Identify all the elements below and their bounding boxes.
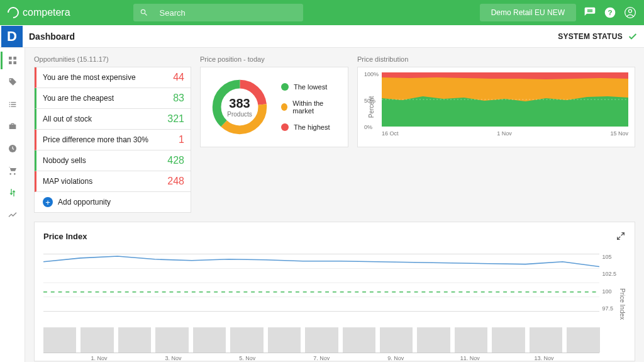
pi-xtick (266, 355, 303, 361)
trend-icon (8, 210, 18, 220)
opportunity-row[interactable]: You are the cheapest83 (35, 88, 191, 109)
nav-list[interactable] (8, 99, 18, 112)
pi-ytick: 105 (602, 254, 616, 260)
avatar[interactable]: D (1, 26, 23, 47)
svg-rect-5 (13, 57, 16, 60)
dot-icon (281, 123, 289, 131)
opportunity-row[interactable]: All out of stock321 (35, 109, 191, 130)
price-distribution-panel: Price distribution Percent 100% 50% 0% 1… (357, 55, 635, 147)
donut-total-label: Products (227, 111, 252, 118)
add-opportunity-button[interactable]: + Add opportunity (35, 192, 191, 212)
nav-tags[interactable] (8, 77, 18, 90)
profile-icon[interactable] (624, 6, 636, 19)
pi-xtick: 11. Nov (452, 355, 489, 361)
bar (417, 327, 450, 353)
pi-xaxis: 1. Nov 3. Nov 5. Nov 7. Nov 9. Nov 11. N… (43, 355, 599, 361)
brand-logo[interactable]: competera (8, 7, 70, 18)
opportunity-row[interactable]: You are the most expensive44 (35, 67, 191, 88)
search-input[interactable] (160, 8, 297, 18)
nav-trends[interactable] (8, 210, 18, 222)
pi-xtick: 1. Nov (80, 355, 118, 361)
pi-xtick: 13. Nov (526, 355, 563, 361)
opportunity-value: 248 (167, 176, 184, 187)
opportunity-label: You are the cheapest (43, 94, 114, 103)
bar-chart (43, 323, 599, 353)
search-box[interactable] (133, 4, 303, 21)
dot-icon (281, 103, 287, 111)
tag-icon (8, 77, 18, 88)
bar (268, 327, 301, 353)
transfer-icon (8, 188, 18, 198)
top-bar: competera Demo Retail EU NEW ? (0, 0, 644, 25)
opportunity-label: MAP violations (43, 177, 92, 186)
opportunity-value: 44 (173, 72, 184, 83)
dist-ytick: 50% (364, 98, 375, 104)
expand-icon[interactable] (616, 231, 626, 241)
opportunity-value: 83 (173, 93, 184, 104)
opportunity-row[interactable]: MAP violations248 (35, 171, 191, 192)
price-distribution-card[interactable]: Percent 100% 50% 0% 16 Oct 1 Nov 15 Nov (357, 67, 635, 147)
opportunity-value: 321 (167, 113, 184, 125)
tenant-badge[interactable]: Demo Retail EU NEW (480, 4, 576, 21)
dist-xtick: 15 Nov (610, 130, 628, 137)
bar (492, 327, 525, 353)
pi-ytick: 102.5 (602, 271, 616, 277)
pi-xtick (118, 355, 155, 361)
price-index-header: Price Index (43, 231, 626, 241)
add-opportunity-label: Add opportunity (58, 198, 111, 206)
bar (343, 327, 375, 353)
price-index-body[interactable]: 1. Nov 3. Nov 5. Nov 7. Nov 9. Nov 11. N… (43, 254, 626, 354)
opportunities-list: You are the most expensive44 You are the… (34, 67, 191, 213)
pi-xtick (563, 355, 600, 361)
legend-item: Within the market (281, 99, 339, 115)
legend-item: The highest (281, 123, 339, 131)
grid-icon (8, 55, 18, 65)
svg-rect-7 (13, 61, 16, 64)
logo-icon (5, 4, 21, 20)
help-icon[interactable]: ? (604, 6, 616, 19)
area-chart (382, 72, 628, 127)
pi-xtick (192, 355, 229, 361)
svg-point-3 (629, 9, 632, 13)
side-nav (0, 48, 25, 362)
pi-xtick: 5. Nov (229, 355, 266, 361)
brand-name: competera (23, 7, 70, 18)
price-index-title: Price Index (43, 232, 87, 241)
line-chart (43, 254, 599, 312)
system-status-label[interactable]: SYSTEM STATUS (558, 32, 623, 41)
opportunity-row[interactable]: Nobody sells428 (35, 150, 191, 171)
svg-text:?: ? (608, 8, 612, 16)
bar (155, 327, 188, 353)
opportunity-label: You are the most expensive (43, 73, 136, 82)
feedback-icon[interactable] (584, 6, 596, 19)
svg-rect-4 (9, 57, 12, 60)
cart-icon (8, 166, 18, 176)
pi-xtick: 7. Nov (303, 355, 340, 361)
price-position-header: Price position - today (200, 55, 348, 63)
nav-dashboard[interactable] (8, 55, 18, 68)
clock-icon (8, 144, 18, 154)
pi-xtick (340, 355, 377, 361)
opportunities-panel: Opportunities (15.11.17) You are the mos… (34, 55, 191, 213)
donut-chart[interactable]: 383 Products (209, 77, 270, 137)
check-icon (628, 31, 638, 42)
pi-ylabel: Price Index (619, 288, 626, 320)
nav-cart[interactable] (8, 166, 18, 178)
list-icon (8, 99, 18, 110)
dist-ytick: 100% (364, 71, 379, 77)
nav-transfer[interactable] (8, 188, 18, 200)
dist-ytick: 0% (364, 124, 372, 130)
donut-legend: The lowest Within the market The highest (281, 83, 339, 131)
dist-xtick: 16 Oct (382, 130, 399, 137)
nav-briefcase[interactable] (8, 122, 18, 134)
nav-history[interactable] (8, 144, 18, 156)
donut-center: 383 Products (209, 77, 270, 137)
opportunity-row[interactable]: Price difference more than 30%1 (35, 130, 191, 150)
briefcase-icon (8, 122, 18, 132)
pi-xtick: 9. Nov (377, 355, 414, 361)
search-icon (140, 8, 148, 18)
dot-icon (281, 83, 289, 91)
svg-rect-6 (9, 61, 12, 64)
opportunity-value: 1 (179, 134, 184, 145)
pi-xtick (43, 355, 80, 361)
